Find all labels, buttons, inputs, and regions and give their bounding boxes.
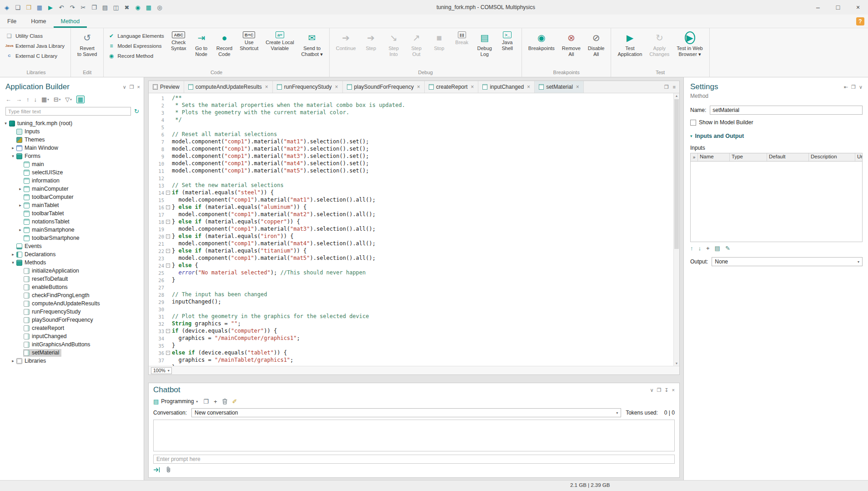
comsol-logo-button[interactable]: ◈ — [3, 3, 11, 12]
scrollbar-thumb[interactable] — [674, 99, 679, 249]
fold-toggle-icon[interactable]: - — [166, 351, 170, 355]
tree-item-enablebuttons[interactable]: enableButtons — [0, 283, 144, 291]
ribbon-item-utility-class[interactable]: ❑Utility Class — [6, 32, 65, 40]
tree-twisty-icon[interactable]: ▸ — [17, 203, 23, 208]
tree-item-toolbarsmartphone[interactable]: toolbarSmartphone — [0, 234, 144, 242]
ribbon-button-apply-changes[interactable]: ↻ApplyChanges — [646, 29, 672, 57]
minimize-button[interactable]: – — [808, 0, 828, 15]
help-button[interactable]: ? — [856, 17, 864, 25]
attach-file-button[interactable] — [166, 466, 171, 473]
editor-menu-button[interactable]: ≡ — [673, 84, 676, 90]
float-panel-button[interactable]: ❐ — [657, 387, 661, 393]
close-tab-icon[interactable]: × — [335, 84, 338, 90]
fold-toggle-icon[interactable]: - — [166, 205, 170, 209]
open-conversation-window-button[interactable]: ❐ — [203, 398, 209, 405]
editor-tab-preview[interactable]: Preview — [149, 81, 184, 93]
ribbon-button-create-local-variable[interactable]: a=Create LocalVariable — [262, 29, 297, 51]
record-macro-button[interactable]: ◉ — [134, 3, 142, 12]
tree-item-checkfindpronglength[interactable]: checkFindProngLength — [0, 291, 144, 299]
tree-twisty-icon[interactable]: ▾ — [10, 154, 16, 158]
ribbon-button-remove-all[interactable]: ⊗RemoveAll — [559, 29, 584, 57]
scroll-up-icon[interactable]: ▲ — [674, 94, 679, 97]
inputs-and-output-section[interactable]: ▾ Inputs and Output — [690, 133, 863, 139]
redo-button[interactable]: ↷ — [68, 3, 76, 12]
editor-tab-runfrequencystudy[interactable]: runFrequencyStudy× — [273, 81, 343, 93]
model-data-access-button[interactable]: ▦ — [145, 3, 153, 12]
ribbon-button-send-to-chatbot[interactable]: ✉Send toChatbot ▾ — [298, 29, 326, 57]
tree-item-computeandupdateresults[interactable]: computeAndUpdateResults — [0, 299, 144, 308]
refresh-filter-icon[interactable]: ↻ — [134, 108, 139, 115]
mode-dropdown[interactable]: ▤ Programming ▾ — [153, 398, 198, 405]
move-down-button[interactable]: ↓ — [34, 96, 37, 103]
fold-toggle-icon[interactable]: - — [166, 191, 170, 195]
fold-toggle-icon[interactable]: - — [166, 249, 170, 253]
delete-button[interactable]: ✖ — [123, 3, 131, 12]
new-file-button[interactable]: ❏ — [14, 3, 22, 12]
clear-conversation-button[interactable]: ✐ — [232, 398, 237, 405]
prompt-input[interactable] — [153, 455, 675, 464]
ribbon-button-disable-all[interactable]: ⊘DisableAll — [585, 29, 608, 57]
close-tab-icon[interactable]: × — [527, 84, 530, 90]
tree-item-runfrequencystudy[interactable]: runFrequencyStudy — [0, 308, 144, 316]
fold-toggle-icon[interactable]: - — [166, 220, 170, 224]
tree-item-toolbarcomputer[interactable]: toolbarComputer — [0, 193, 144, 201]
tree-item-inputs[interactable]: Inputs — [0, 127, 144, 136]
ribbon-item-language-elements[interactable]: ✔Language Elements — [108, 32, 164, 40]
editor-tab-inputchanged[interactable]: inputChanged× — [478, 81, 535, 93]
tree-item-events[interactable]: Events — [0, 242, 144, 250]
tree-item-maintablet[interactable]: ▸mainTablet — [0, 201, 144, 209]
conversation-select[interactable]: New conversation ▾ — [191, 408, 621, 417]
code-editor[interactable]: 1/**2 * Sets the material properties whe… — [149, 93, 679, 366]
editor-tab-computeandupdateresults[interactable]: computeAndUpdateResults× — [184, 81, 273, 93]
undo-button[interactable]: ↶ — [57, 3, 65, 12]
ribbon-button-test-in-web-browser[interactable]: ▶Test in WebBrowser ▾ — [673, 29, 706, 57]
pin-panel-button[interactable]: ↧ — [664, 387, 668, 393]
tree-item-selectuisize[interactable]: selectUISize — [0, 168, 144, 177]
tree-item-initgraphicsandbuttons[interactable]: initGraphicsAndButtons — [0, 340, 144, 349]
ribbon-button-revert-to-saved[interactable]: ↺Revertto Saved — [74, 29, 100, 57]
fold-toggle-icon[interactable]: - — [166, 263, 170, 268]
inputs-table-body[interactable] — [691, 162, 862, 242]
close-tab-icon[interactable]: × — [471, 84, 474, 90]
ribbon-button-record-code[interactable]: ●RecordCode — [213, 29, 236, 57]
ribbon-item-model-expressions[interactable]: ≡Model Expressions — [108, 42, 164, 50]
filter-input[interactable] — [5, 107, 131, 116]
panel-menu-button[interactable]: ∨ — [123, 84, 126, 90]
tree-item-main-window[interactable]: ▸Main Window — [0, 144, 144, 152]
ribbon-item-external-c-library[interactable]: CExternal C Library — [6, 52, 65, 60]
delete-conversation-button[interactable] — [222, 399, 227, 405]
fold-toggle-icon[interactable]: - — [166, 234, 170, 238]
copy-button[interactable]: ❐ — [90, 3, 98, 12]
scroll-down-icon[interactable]: ▼ — [674, 362, 679, 365]
tree-item-declarations[interactable]: ▸Declarations — [0, 250, 144, 258]
ribbon-tab-method[interactable]: Method — [54, 15, 87, 28]
tree-item-tuning-fork-mph-root[interactable]: ▾tuning_fork.mph (root) — [0, 119, 144, 127]
move-row-down-button[interactable]: ↓ — [698, 245, 702, 252]
send-prompt-button[interactable] — [153, 467, 160, 473]
ribbon-tab-file[interactable]: File — [0, 15, 24, 28]
editor-scrollbar[interactable]: ▲ ▼ — [673, 93, 679, 366]
show-in-model-builder-checkbox[interactable] — [690, 120, 696, 126]
paste-button[interactable]: ▤ — [101, 3, 109, 12]
close-tab-icon[interactable]: × — [265, 84, 268, 90]
duplicate-button[interactable]: ◫ — [112, 3, 120, 12]
float-panel-button[interactable]: ❐ — [130, 84, 134, 90]
tree-item-notationstablet[interactable]: notationsTablet — [0, 218, 144, 226]
ribbon-button-java-shell[interactable]: >_JavaShell — [497, 29, 518, 51]
tree-item-setmaterial[interactable]: setMaterial — [0, 349, 144, 357]
view-menu-button[interactable]: ▦▾ — [41, 96, 49, 103]
tree-item-themes[interactable]: Themes — [0, 136, 144, 144]
close-tab-icon[interactable]: × — [576, 84, 579, 90]
tree-item-createreport[interactable]: createReport — [0, 324, 144, 332]
output-select[interactable]: None ▾ — [712, 257, 863, 266]
tree-twisty-icon[interactable]: ▸ — [17, 228, 23, 232]
tree-item-methods[interactable]: ▾Methods — [0, 258, 144, 267]
new-conversation-button[interactable]: + — [214, 398, 217, 405]
back-button[interactable]: ← — [5, 96, 11, 103]
method-name-input[interactable] — [710, 106, 863, 115]
tree-item-information[interactable]: information — [0, 177, 144, 185]
ribbon-button-test-application[interactable]: ▶TestApplication — [614, 29, 645, 57]
editor-tab-playsoundforfrequency[interactable]: playSoundForFrequency× — [343, 81, 425, 93]
tree-twisty-icon[interactable]: ▾ — [10, 260, 16, 265]
panel-menu-button[interactable]: ∨ — [650, 387, 653, 393]
